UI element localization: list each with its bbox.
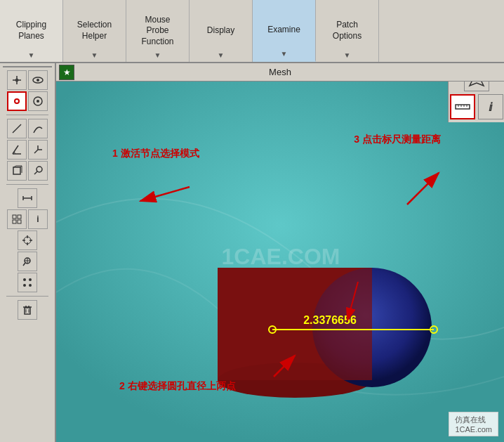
toolbar-btn-view[interactable]	[28, 70, 48, 90]
tab-mouse-probe-label: MouseProbeFunction	[141, 15, 173, 48]
tab-clipping-planes[interactable]: ClippingPlanes ▼	[0, 0, 63, 62]
toolbar-btn-magnify[interactable]	[18, 252, 37, 271]
annotation-2: 2 右键选择圆孔直径上两点	[119, 380, 236, 393]
tab-selection-helper-label: SelectionHelper	[77, 20, 112, 41]
toolbar-btn-transform[interactable]	[28, 140, 48, 160]
examine-btn-row: ⅈ	[450, 94, 503, 119]
tab-examine-label: Examine	[267, 25, 300, 36]
tab-selection-helper-arrow: ▼	[91, 51, 98, 59]
svg-rect-28	[18, 220, 21, 223]
toolbar-row-5	[7, 161, 48, 181]
toolbar-row-3	[7, 119, 48, 138]
svg-point-21	[37, 167, 42, 172]
tab-display-arrow: ▼	[218, 51, 225, 59]
annotation-3-text: 3 点击标尺测量距离	[354, 134, 441, 145]
toolbar-btn-line[interactable]	[7, 119, 27, 138]
tab-clipping-planes-label: ClippingPlanes	[16, 20, 46, 41]
toolbar-row-10	[18, 273, 37, 292]
main-area: i ★ Mesh	[0, 63, 504, 442]
svg-line-11	[13, 145, 18, 154]
svg-point-6	[15, 100, 18, 103]
tab-display[interactable]: Display ▼	[190, 0, 253, 62]
svg-rect-50	[456, 105, 470, 109]
toolbar-btn-box[interactable]	[7, 161, 27, 181]
toolbar-btn-i[interactable]: i	[28, 209, 48, 229]
svg-point-8	[37, 100, 39, 103]
tab-examine-arrow: ▼	[281, 50, 288, 58]
mesh-label: Mesh	[269, 67, 291, 77]
annotation-2-text: 2 右键选择圆孔直径上两点	[119, 380, 236, 391]
tab-display-label: Display	[207, 25, 234, 37]
toolbar-row-2	[7, 91, 48, 111]
examine-btn-info[interactable]: ⅈ	[478, 94, 503, 119]
svg-point-39	[29, 278, 32, 281]
bottom-watermark: 仿真在线1CAE.com	[449, 412, 498, 436]
toolbar-divider-2	[6, 184, 48, 185]
top-toolbar: ClippingPlanes ▼ SelectionHelper ▼ Mouse…	[0, 0, 504, 63]
tab-selection-helper[interactable]: SelectionHelper ▼	[63, 0, 126, 62]
svg-point-41	[29, 284, 32, 287]
mesh-icon-symbol: ★	[63, 67, 71, 77]
toolbar-btn-crosshair[interactable]	[18, 230, 37, 250]
svg-line-35	[23, 263, 25, 266]
toolbar-btn-axis[interactable]	[7, 70, 27, 90]
toolbar-btn-curve[interactable]	[28, 119, 48, 138]
mesh-bar: ★ Mesh	[56, 63, 504, 82]
svg-rect-15	[13, 167, 20, 174]
examine-btn-ruler[interactable]	[450, 94, 475, 119]
toolbar-btn-delete[interactable]	[18, 300, 37, 320]
tab-clipping-planes-arrow: ▼	[28, 51, 35, 59]
annotation-1: 1 激活节点选择模式	[112, 148, 199, 160]
toolbar-btn-measure[interactable]	[18, 188, 37, 208]
tab-mouse-probe-function[interactable]: MouseProbeFunction ▼	[126, 0, 190, 62]
mesh-icon: ★	[59, 65, 74, 80]
toolbar-btn-zoom[interactable]	[28, 161, 48, 181]
tab-patch-options-arrow: ▼	[344, 51, 351, 59]
svg-point-38	[23, 278, 26, 281]
toolbar-row-1	[7, 70, 48, 90]
toolbar-divider-3	[6, 296, 48, 297]
tab-mouse-probe-arrow: ▼	[154, 51, 161, 59]
left-toolbar: i	[0, 63, 56, 442]
toolbar-row-7: i	[7, 209, 48, 229]
toolbar-divider-1	[6, 115, 48, 115]
svg-point-4	[37, 79, 39, 82]
toolbar-row-6	[18, 188, 37, 208]
svg-rect-42	[25, 308, 30, 314]
toolbar-btn-face-select[interactable]	[28, 91, 48, 111]
svg-line-20	[34, 171, 37, 174]
toolbar-row-8	[18, 230, 37, 250]
tab-patch-options[interactable]: PatchOptions ▼	[316, 0, 379, 62]
toolbar-top-divider	[3, 66, 52, 67]
annotation-3: 3 点击标尺测量距离	[354, 134, 441, 146]
toolbar-btn-angle[interactable]	[7, 140, 27, 160]
svg-rect-26	[18, 215, 21, 219]
svg-text:1CAE.COM: 1CAE.COM	[222, 244, 340, 269]
svg-point-40	[23, 284, 26, 287]
toolbar-btn-grid[interactable]	[7, 209, 27, 229]
toolbar-btn-node-select[interactable]	[7, 91, 27, 111]
annotation-1-text: 1 激活节点选择模式	[112, 148, 199, 159]
svg-line-14	[34, 150, 38, 153]
toolbar-row-4	[7, 140, 48, 160]
toolbar-btn-nodes[interactable]	[18, 273, 37, 292]
svg-rect-25	[13, 215, 16, 219]
svg-rect-27	[13, 220, 16, 223]
toolbar-row-11	[18, 300, 37, 320]
bottom-watermark-text: 仿真在线1CAE.com	[455, 415, 492, 434]
toolbar-row-9	[18, 252, 37, 271]
tab-examine[interactable]: Examine ▼	[253, 0, 316, 62]
svg-line-9	[13, 124, 21, 133]
canvas-area[interactable]: ★ Mesh ⅈ	[56, 63, 504, 442]
tab-patch-options-label: PatchOptions	[333, 20, 362, 41]
